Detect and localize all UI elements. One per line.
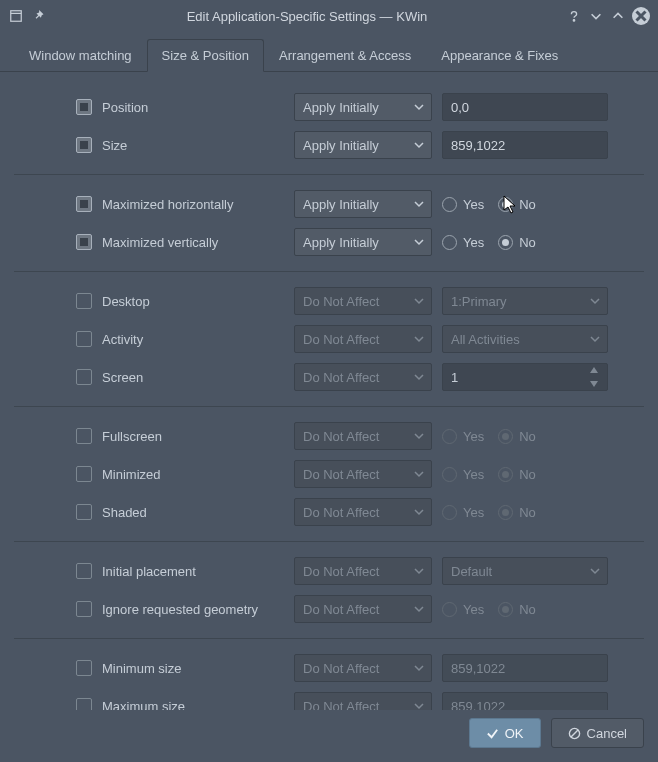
row-ignore-geom: Ignore requested geometry Do Not Affect … [14, 592, 644, 626]
label-initial-placement: Initial placement [102, 564, 284, 579]
chevron-down-icon [413, 333, 425, 345]
checkbox-min-size[interactable] [76, 660, 92, 676]
combo-desktop-value[interactable]: 1:Primary [442, 287, 608, 315]
combo-max-size-rule[interactable]: Do Not Affect [294, 692, 432, 710]
titlebar: Edit Application-Specific Settings — KWi… [0, 0, 658, 32]
row-activity: Activity Do Not Affect All Activities [14, 322, 644, 356]
combo-fullscreen-rule[interactable]: Do Not Affect [294, 422, 432, 450]
svg-marker-5 [590, 367, 598, 373]
checkbox-shaded[interactable] [76, 504, 92, 520]
maximize-icon[interactable] [610, 8, 626, 24]
checkbox-maxh[interactable] [76, 196, 92, 212]
checkbox-position[interactable] [76, 99, 92, 115]
chevron-down-icon [413, 565, 425, 577]
tab-window-matching[interactable]: Window matching [14, 39, 147, 72]
tab-appearance-fixes[interactable]: Appearance & Fixes [426, 39, 573, 72]
combo-maxh-rule[interactable]: Apply Initially [294, 190, 432, 218]
checkbox-desktop[interactable] [76, 293, 92, 309]
radio-maxv-yes[interactable]: Yes [442, 235, 484, 250]
radio-fullscreen-no: No [498, 429, 536, 444]
chevron-down-icon [413, 506, 425, 518]
combo-min-size-rule[interactable]: Do Not Affect [294, 654, 432, 682]
row-maxh: Maximized horizontally Apply Initially Y… [14, 187, 644, 221]
help-icon[interactable] [566, 8, 582, 24]
chevron-down-icon [413, 468, 425, 480]
row-initial-placement: Initial placement Do Not Affect Default [14, 554, 644, 588]
label-position: Position [102, 100, 284, 115]
chevron-down-icon [413, 139, 425, 151]
chevron-down-icon [413, 430, 425, 442]
checkbox-max-size[interactable] [76, 698, 92, 710]
label-activity: Activity [102, 332, 284, 347]
radio-fullscreen-yes: Yes [442, 429, 484, 444]
spin-screen[interactable]: 1 [442, 363, 608, 391]
label-maxv: Maximized vertically [102, 235, 284, 250]
cancel-button[interactable]: Cancel [551, 718, 644, 748]
combo-initial-placement-rule[interactable]: Do Not Affect [294, 557, 432, 585]
radio-ignore-geom-no: No [498, 602, 536, 617]
close-icon[interactable] [632, 7, 650, 25]
checkbox-size[interactable] [76, 137, 92, 153]
label-shaded: Shaded [102, 505, 284, 520]
combo-desktop-rule[interactable]: Do Not Affect [294, 287, 432, 315]
tab-size-position[interactable]: Size & Position [147, 39, 264, 72]
label-size: Size [102, 138, 284, 153]
combo-size-rule[interactable]: Apply Initially [294, 131, 432, 159]
combo-shaded-rule[interactable]: Do Not Affect [294, 498, 432, 526]
label-maxh: Maximized horizontally [102, 197, 284, 212]
row-max-size: Maximum size Do Not Affect 859,1022 [14, 689, 644, 710]
radio-shaded-no: No [498, 505, 536, 520]
radio-maxh-no[interactable]: No [498, 197, 536, 212]
chevron-down-icon [413, 198, 425, 210]
input-max-size[interactable]: 859,1022 [442, 692, 608, 710]
checkbox-initial-placement[interactable] [76, 563, 92, 579]
radio-maxh-yes[interactable]: Yes [442, 197, 484, 212]
combo-position-rule[interactable]: Apply Initially [294, 93, 432, 121]
combo-initial-placement-value[interactable]: Default [442, 557, 608, 585]
app-menu-icon[interactable] [8, 8, 24, 24]
combo-ignore-geom-rule[interactable]: Do Not Affect [294, 595, 432, 623]
label-minimized: Minimized [102, 467, 284, 482]
combo-maxv-rule[interactable]: Apply Initially [294, 228, 432, 256]
row-desktop: Desktop Do Not Affect 1:Primary [14, 284, 644, 318]
checkbox-minimized[interactable] [76, 466, 92, 482]
tabbar: Window matching Size & Position Arrangem… [0, 38, 658, 72]
spin-buttons[interactable] [589, 366, 603, 388]
label-max-size: Maximum size [102, 699, 284, 711]
radio-shaded-yes: Yes [442, 505, 484, 520]
dialog-footer: OK Cancel [0, 718, 658, 762]
row-shaded: Shaded Do Not Affect Yes No [14, 495, 644, 529]
chevron-down-icon [589, 333, 601, 345]
label-screen: Screen [102, 370, 284, 385]
combo-activity-rule[interactable]: Do Not Affect [294, 325, 432, 353]
chevron-down-icon [413, 662, 425, 674]
input-position[interactable]: 0,0 [442, 93, 608, 121]
minimize-icon[interactable] [588, 8, 604, 24]
pin-icon[interactable] [32, 8, 48, 24]
combo-minimized-rule[interactable]: Do Not Affect [294, 460, 432, 488]
checkbox-screen[interactable] [76, 369, 92, 385]
combo-screen-rule[interactable]: Do Not Affect [294, 363, 432, 391]
radio-minimized-yes: Yes [442, 467, 484, 482]
svg-line-8 [570, 729, 577, 736]
radio-ignore-geom-yes: Yes [442, 602, 484, 617]
checkbox-ignore-geom[interactable] [76, 601, 92, 617]
chevron-down-icon [589, 295, 601, 307]
checkbox-activity[interactable] [76, 331, 92, 347]
row-position: Position Apply Initially 0,0 [14, 90, 644, 124]
chevron-down-icon [589, 565, 601, 577]
tab-arrangement-access[interactable]: Arrangement & Access [264, 39, 426, 72]
svg-point-2 [573, 20, 574, 21]
ok-button[interactable]: OK [469, 718, 541, 748]
radio-maxv-no[interactable]: No [498, 235, 536, 250]
checkbox-maxv[interactable] [76, 234, 92, 250]
chevron-down-icon [413, 700, 425, 710]
label-desktop: Desktop [102, 294, 284, 309]
combo-activity-value[interactable]: All Activities [442, 325, 608, 353]
input-min-size[interactable]: 859,1022 [442, 654, 608, 682]
settings-pane: Position Apply Initially 0,0 Size Apply … [0, 72, 658, 710]
svg-rect-0 [11, 11, 22, 22]
label-fullscreen: Fullscreen [102, 429, 284, 444]
input-size[interactable]: 859,1022 [442, 131, 608, 159]
checkbox-fullscreen[interactable] [76, 428, 92, 444]
